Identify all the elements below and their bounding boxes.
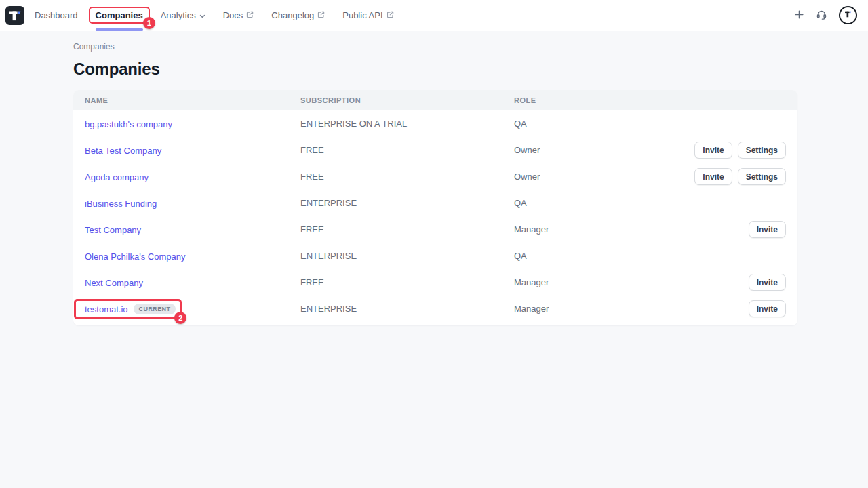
app-logo[interactable] [5,6,24,25]
top-nav: Dashboard Companies 1 Analytics Docs [0,0,868,31]
column-header-role: ROLE [514,96,786,104]
nav-item-docs[interactable]: Docs [214,0,263,30]
page-title: Companies [73,60,797,79]
subscription-cell: FREE [300,224,514,235]
nav-item-label: Docs [223,10,243,20]
row-actions: InviteSettings [694,142,786,159]
nav-item-changelog[interactable]: Changelog [262,0,334,30]
current-badge: CURRENT [134,304,176,314]
table-row: Next Company FREE Manager Invite [73,269,797,296]
subscription-cell: ENTERPRISE [300,304,514,314]
page-root: Dashboard Companies 1 Analytics Docs [0,0,868,488]
annotation-badge-2: 2 [174,312,186,324]
subscription-cell: ENTERPRISE [300,251,514,261]
name-cell: Olena Pchilka's Company [85,250,300,262]
chevron-down-icon [199,10,205,20]
main-content: Companies Companies NAME SUBSCRIPTION RO… [0,31,868,325]
invite-button[interactable]: Invite [694,168,732,185]
table-row: Test Company FREE Manager Invite [73,216,797,243]
subscription-cell: FREE [300,171,514,182]
companies-table: NAME SUBSCRIPTION ROLE bg.pastukh's comp… [73,90,797,325]
nav-item-label: Dashboard [35,10,78,20]
role-cell: Manager [514,277,749,287]
nav-item-companies[interactable]: Companies 1 [87,0,152,30]
table-row: bg.pastukh's company ENTERPRISE ON A TRI… [73,110,797,137]
role-cell: Owner [514,145,694,155]
name-cell: Next Company [85,277,300,289]
name-cell: bg.pastukh's company [85,118,300,130]
invite-button[interactable]: Invite [694,142,732,159]
role-cell: QA [514,251,786,261]
company-link[interactable]: Test Company [85,225,141,235]
external-link-icon [317,10,325,20]
subscription-cell: FREE [300,277,514,287]
table-row: Agoda company FREE Owner InviteSettings [73,163,797,190]
table-row: iBusiness Funding ENTERPRISE QA [73,190,797,216]
role-cell: Owner [514,171,694,182]
nav-item-public-api[interactable]: Public API [334,0,402,30]
column-header-subscription: SUBSCRIPTION [300,96,514,104]
name-cell: iBusiness Funding [85,197,300,209]
company-link[interactable]: testomat.io [85,304,128,314]
subscription-cell: FREE [300,145,514,155]
name-cell: Beta Test Company [85,144,300,157]
row-actions: Invite [749,300,786,317]
plus-icon [794,9,804,22]
company-link[interactable]: Next Company [85,278,143,288]
external-link-icon [246,10,254,20]
name-cell: Test Company [85,224,300,236]
company-link[interactable]: Agoda company [85,172,149,182]
settings-button[interactable]: Settings [738,142,786,159]
nav-item-label: Companies [96,10,143,20]
support-button[interactable] [816,9,827,22]
nav-right-actions [794,6,861,24]
nav-item-label: Analytics [161,10,196,20]
row-actions: InviteSettings [694,168,786,185]
invite-button[interactable]: Invite [749,300,786,317]
table-body: bg.pastukh's company ENTERPRISE ON A TRI… [73,110,797,322]
table-row: Beta Test Company FREE Owner InviteSetti… [73,137,797,163]
settings-button[interactable]: Settings [738,168,786,185]
name-cell: testomat.io CURRENT 2 [85,303,300,315]
nav-item-label: Changelog [271,10,314,20]
user-avatar[interactable] [839,6,857,24]
invite-button[interactable]: Invite [749,221,786,238]
role-cell: Manager [514,224,749,235]
support-headset-icon [816,9,827,22]
company-link[interactable]: bg.pastukh's company [85,119,172,129]
role-cell: QA [514,119,786,129]
name-cell: Agoda company [85,171,300,183]
role-cell: Manager [514,304,749,314]
role-cell: QA [514,198,786,208]
nav-item-label: Public API [342,10,382,20]
company-link[interactable]: Beta Test Company [85,146,161,156]
breadcrumb[interactable]: Companies [73,42,115,52]
testomat-logo-icon [5,16,24,27]
column-header-name: NAME [85,96,300,104]
main-nav: Dashboard Companies 1 Analytics Docs [26,0,403,30]
external-link-icon [387,10,394,20]
company-link[interactable]: Olena Pchilka's Company [85,251,185,262]
subscription-cell: ENTERPRISE [300,198,514,208]
invite-button[interactable]: Invite [749,274,786,291]
row-actions: Invite [749,274,786,291]
avatar-logo-icon [844,9,853,22]
row-actions: Invite [749,221,786,238]
table-row: Olena Pchilka's Company ENTERPRISE QA [73,243,797,269]
nav-item-analytics[interactable]: Analytics [152,0,214,30]
subscription-cell: ENTERPRISE ON A TRIAL [300,119,514,129]
company-link[interactable]: iBusiness Funding [85,199,157,209]
table-header-row: NAME SUBSCRIPTION ROLE [73,90,797,110]
add-button[interactable] [794,9,804,22]
nav-item-dashboard[interactable]: Dashboard [26,0,87,30]
table-row: testomat.io CURRENT 2 ENTERPRISE Manager… [73,296,797,322]
